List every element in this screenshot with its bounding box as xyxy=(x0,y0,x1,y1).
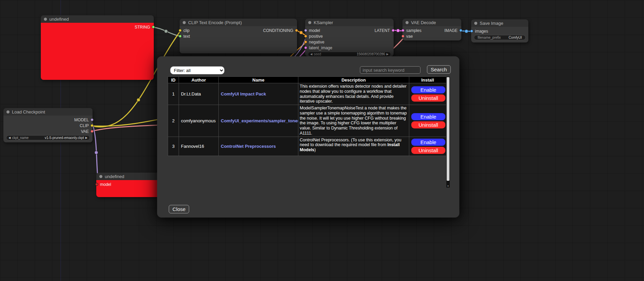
slot-dot-conditioning[interactable] xyxy=(295,29,298,32)
slot-dot-model[interactable] xyxy=(95,183,98,186)
node-undefined-top[interactable]: undefined STRING xyxy=(41,15,154,80)
slot-dot-images[interactable] xyxy=(470,30,473,33)
slot-label: positive xyxy=(309,34,323,39)
node-title-bar[interactable]: KSampler xyxy=(305,19,394,26)
slot-dot-latent-image[interactable] xyxy=(304,46,307,49)
slot-dot-vae[interactable] xyxy=(90,130,94,133)
slot-label: CLIP xyxy=(80,123,89,128)
widget-prev-arrow[interactable]: ◀ xyxy=(9,137,11,139)
uninstall-button[interactable]: Uninstall xyxy=(411,147,445,154)
wire-dot[interactable] xyxy=(396,29,400,32)
input-slot-latent-image[interactable]: latent_image xyxy=(303,45,394,51)
slot-dot-latent[interactable] xyxy=(392,29,395,32)
table-scrollbar[interactable]: ▼ xyxy=(446,76,450,188)
seed-widget[interactable]: ◀ seed 156680208700286 ▶ xyxy=(308,52,391,57)
node-load-checkpoint[interactable]: Load Checkpoint MODEL CLIP VAE ◀ ckpt_na… xyxy=(3,108,93,142)
node-body: model xyxy=(96,180,161,197)
node-title-bar[interactable]: Load Checkpoint xyxy=(3,108,93,116)
node-title-bar[interactable]: VAE Decode xyxy=(402,19,461,26)
widget-decrement-arrow[interactable]: ◀ xyxy=(310,53,312,56)
slot-dot-vae[interactable] xyxy=(401,35,404,38)
slot-label: latent_image xyxy=(309,46,332,50)
slot-dot-clip[interactable] xyxy=(179,29,182,32)
input-slot-positive[interactable]: positive xyxy=(303,33,394,39)
node-collapse-dot[interactable] xyxy=(6,110,10,113)
slot-label: model xyxy=(309,28,320,33)
output-slot-vae[interactable]: VAE xyxy=(3,128,94,134)
node-undefined-bottom[interactable]: undefined model xyxy=(96,173,161,197)
slot-dot-model[interactable] xyxy=(304,29,307,32)
uninstall-button[interactable]: Uninstall xyxy=(411,94,445,102)
node-collapse-dot[interactable] xyxy=(183,21,186,24)
enable-button[interactable]: Enable xyxy=(411,139,445,146)
node-title-bar[interactable]: undefined xyxy=(96,173,161,180)
node-collapse-dot[interactable] xyxy=(406,21,409,24)
enable-button[interactable]: Enable xyxy=(411,86,445,93)
slot-dot-text[interactable] xyxy=(179,35,182,38)
output-slot-clip[interactable]: CLIP xyxy=(3,123,94,128)
node-collapse-dot[interactable] xyxy=(308,21,311,24)
node-title: undefined xyxy=(49,17,69,22)
node-title-bar[interactable]: CLIP Text Encode (Prompt) xyxy=(180,19,297,26)
input-slot-model[interactable]: model xyxy=(95,181,161,187)
input-slot-vae[interactable]: vae xyxy=(401,33,461,39)
filter-select[interactable]: Filter: all xyxy=(170,66,225,74)
node-vae-decode[interactable]: VAE Decode samples vae IMAGE xyxy=(402,19,461,40)
slot-label: LATENT xyxy=(375,28,390,33)
node-clip-text-encode[interactable]: CLIP Text Encode (Prompt) clip text COND… xyxy=(180,19,297,53)
enable-button[interactable]: Enable xyxy=(411,113,445,120)
wire-dot[interactable] xyxy=(299,31,303,34)
extension-link[interactable]: ComfyUI Impact Pack xyxy=(221,91,266,96)
input-slot-text[interactable]: text xyxy=(178,33,297,39)
input-slot-negative[interactable]: negative xyxy=(303,39,394,45)
input-slot-images[interactable]: images xyxy=(469,28,528,34)
wire-dot[interactable] xyxy=(465,30,468,33)
extension-link[interactable]: ComfyUI_experiments/sampler_tonemap xyxy=(221,118,298,123)
output-slot-string[interactable]: STRING xyxy=(41,24,155,30)
widget-next-arrow[interactable]: ▶ xyxy=(85,137,87,139)
slot-dot-positive[interactable] xyxy=(304,35,307,38)
uninstall-button[interactable]: Uninstall xyxy=(411,121,445,128)
node-collapse-dot[interactable] xyxy=(44,18,47,21)
node-save-image[interactable]: Save Image images filename_prefix ComfyU… xyxy=(471,19,528,42)
slot-label: samples xyxy=(406,28,422,33)
node-collapse-dot[interactable] xyxy=(474,22,477,25)
output-slot-model[interactable]: MODEL xyxy=(3,117,94,123)
widget-label: filename_prefix xyxy=(478,36,501,39)
cell-id: 2 xyxy=(168,105,179,137)
slot-dot-image[interactable] xyxy=(459,29,462,32)
widget-increment-arrow[interactable]: ▶ xyxy=(386,53,389,56)
extension-table: ID Author Name Description Install 1 Dr.… xyxy=(168,76,446,156)
wire-dot[interactable] xyxy=(164,30,168,33)
node-title-bar[interactable]: undefined xyxy=(41,15,154,23)
wire-dot[interactable] xyxy=(137,98,140,102)
output-slot-image[interactable]: IMAGE xyxy=(444,28,463,33)
wire-dot[interactable] xyxy=(95,151,98,154)
search-button[interactable]: Search xyxy=(427,65,451,74)
ckpt-name-widget[interactable]: ◀ ckpt_name v1-5-pruned-emaonly.ckpt ▶ xyxy=(6,135,90,140)
output-slot-latent[interactable]: LATENT xyxy=(374,28,395,33)
slot-dot-negative[interactable] xyxy=(304,40,307,43)
node-body: clip text CONDITIONING xyxy=(180,26,297,53)
scrollbar-thumb[interactable] xyxy=(447,77,449,181)
node-body: MODEL CLIP VAE ◀ ckpt_name v1-5-pruned-e… xyxy=(3,116,93,142)
widget-value: v1-5-pruned-emaonly.ckpt xyxy=(45,136,84,140)
slot-dot-model[interactable] xyxy=(90,118,94,121)
extension-manager-dialog: Filter: all Search ID Author Name Descri… xyxy=(157,56,459,217)
slot-dot-samples[interactable] xyxy=(401,29,404,32)
wire-string-to-text[interactable] xyxy=(152,27,181,36)
filename-prefix-widget[interactable]: filename_prefix ComfyUI xyxy=(474,35,526,40)
node-collapse-dot[interactable] xyxy=(99,175,102,178)
node-ksampler[interactable]: KSampler model positive negative latent_… xyxy=(305,19,394,56)
close-button[interactable]: Close xyxy=(169,205,189,213)
output-slot-conditioning[interactable]: CONDITIONING xyxy=(262,28,299,33)
node-title-bar[interactable]: Save Image xyxy=(471,19,528,27)
slot-dot-string[interactable] xyxy=(152,25,155,29)
extension-link[interactable]: ControlNet Preprocessors xyxy=(221,144,276,149)
search-input[interactable] xyxy=(360,66,420,74)
slot-label: VAE xyxy=(81,129,89,134)
node-graph-canvas[interactable]: undefined STRING CLIP Text Encode (Promp… xyxy=(0,0,644,281)
scrollbar-down-arrow-icon[interactable]: ▼ xyxy=(446,185,450,187)
slot-dot-clip[interactable] xyxy=(90,124,94,127)
cell-author: comfyanonymous xyxy=(179,105,219,137)
